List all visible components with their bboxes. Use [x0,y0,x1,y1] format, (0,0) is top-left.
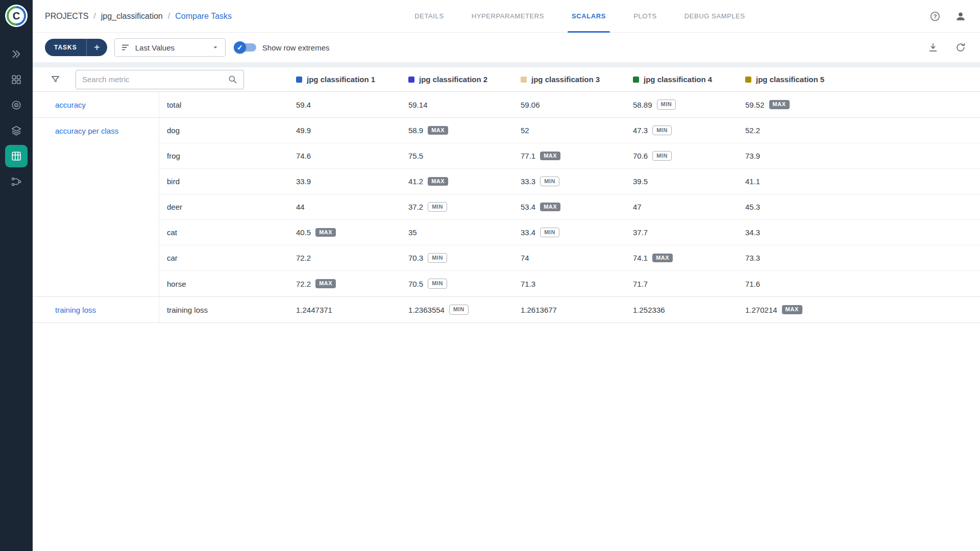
metric-value-cell: 1.2447371 [295,297,407,322]
row-filler [856,92,980,117]
table-header-row: jpg classification 1jpg classification 2… [33,67,980,92]
metric-value-cell: 58.89MIN [632,92,744,117]
metric-value-cell: 44 [295,194,407,220]
metric-value-cell: 59.4 [295,92,407,117]
metric-value: 71.6 [745,280,760,288]
min-badge: MIN [652,126,672,136]
metric-value: 37.7 [633,228,648,237]
tab-debug-samples[interactable]: DEBUG SAMPLES [673,0,756,33]
tab-scalars[interactable]: SCALARS [560,0,617,33]
experiment-column-header[interactable]: jpg classification 4 [632,75,744,84]
metric-value-cell: 37.7 [632,220,744,245]
metric-value: 58.9 [408,126,423,135]
user-avatar-icon[interactable] [953,9,968,23]
min-badge: MIN [449,305,469,315]
metric-value-cell: 58.9MAX [407,118,520,143]
tab-details[interactable]: DETAILS [403,0,455,33]
metric-value-cell: 47.3MIN [632,118,744,143]
metric-value: 58.89 [633,101,652,109]
add-task-button[interactable]: + [87,39,107,56]
breadcrumb-item[interactable]: PROJECTS [45,12,88,21]
metric-value: 70.5 [408,280,423,288]
metric-name-cell [33,271,159,296]
row-filler [856,143,980,169]
experiment-column-header[interactable]: jpg classification 3 [520,75,632,84]
min-badge: MIN [540,228,559,238]
tasks-button[interactable]: TASKS [45,39,87,56]
tab-plots[interactable]: PLOTS [622,0,668,33]
metric-value-cell: 70.5MIN [407,271,520,296]
section-divider [33,62,980,67]
toolbar: TASKS + Last Values ✓ Show row extremes [33,33,980,62]
sidebar-nav [5,40,28,196]
metric-value: 47 [633,203,642,211]
metric-value: 59.4 [296,101,311,109]
metric-value-cell: 59.14 [407,92,520,117]
metric-value-cell: 40.5MAX [295,220,407,245]
table-row: bird33.941.2MAX33.3MIN39.541.1 [33,169,980,194]
workers-target-icon[interactable] [5,94,28,116]
breadcrumb-separator: / [93,12,95,21]
experiment-column-header[interactable]: jpg classification 5 [744,75,856,84]
metric-value: 53.4 [521,203,535,211]
row-filler [856,194,980,220]
table-row: deer4437.2MIN53.4MAX4745.3 [33,194,980,220]
metric-value: 73.9 [745,152,760,160]
variant-name-cell: total [159,92,295,117]
min-badge: MIN [540,177,559,187]
double-chevron-icon[interactable] [5,43,28,65]
max-badge: MAX [769,100,790,109]
compare-table-icon[interactable] [5,145,28,167]
values-mode-dropdown[interactable]: Last Values [114,38,226,57]
metric-value-cell: 71.3 [520,271,632,296]
metric-value: 41.2 [408,177,423,186]
variant-name-cell: dog [159,118,295,143]
metric-value: 52 [521,126,529,135]
metric-value: 77.1 [521,152,535,160]
refresh-icon[interactable] [953,40,968,55]
dashboard-grid-icon[interactable] [5,68,28,91]
metric-group: accuracytotal59.459.1459.0658.89MIN59.52… [33,92,980,118]
svg-text:?: ? [934,13,937,19]
filter-icon[interactable] [49,73,61,86]
experiment-name: jpg classification 4 [644,75,712,84]
metric-group: accuracy per classdog49.958.9MAX5247.3MI… [33,118,980,297]
min-badge: MIN [652,151,672,161]
metric-value-cell: 52.2 [744,118,856,143]
experiment-column-header[interactable]: jpg classification 1 [295,75,407,84]
search-metric-input[interactable] [82,75,228,84]
min-badge: MIN [428,202,447,212]
metric-value-cell: 52 [520,118,632,143]
experiment-column-header[interactable]: jpg classification 2 [407,75,520,84]
show-row-extremes-control: ✓ Show row extremes [235,43,330,52]
breadcrumb-item[interactable]: Compare Tasks [175,12,232,21]
row-filler [856,271,980,296]
metric-value: 37.2 [408,203,423,211]
experiment-name: jpg classification 5 [756,75,824,84]
metric-value-cell: 75.5 [407,143,520,169]
pipelines-icon[interactable] [5,170,28,193]
show-row-extremes-toggle[interactable]: ✓ [235,43,256,52]
experiment-color-swatch [745,77,751,83]
help-icon[interactable]: ? [928,9,942,23]
metric-value-cell: 73.3 [744,245,856,271]
metric-value: 59.14 [408,101,428,109]
breadcrumb: PROJECTS/jpg_classification/Compare Task… [45,12,232,21]
metric-name-cell [33,220,159,245]
clearml-logo[interactable]: C [5,4,28,28]
metric-name-link[interactable]: training loss [55,306,96,314]
download-icon[interactable] [926,40,940,55]
layers-icon[interactable] [5,119,28,142]
metric-value-cell: 41.1 [744,169,856,194]
min-badge: MIN [428,253,447,263]
metric-name-link[interactable]: accuracy [55,101,86,109]
row-filler [856,297,980,322]
max-badge: MAX [782,305,802,314]
variant-name-cell: car [159,245,295,271]
tab-hyperparameters[interactable]: HYPERPARAMETERS [460,0,555,33]
metric-name-cell [33,143,159,169]
metric-name-link[interactable]: accuracy per class [55,127,118,135]
breadcrumb-item[interactable]: jpg_classification [101,12,163,21]
metric-value: 52.2 [745,126,760,135]
metric-value-cell: 34.3 [744,220,856,245]
